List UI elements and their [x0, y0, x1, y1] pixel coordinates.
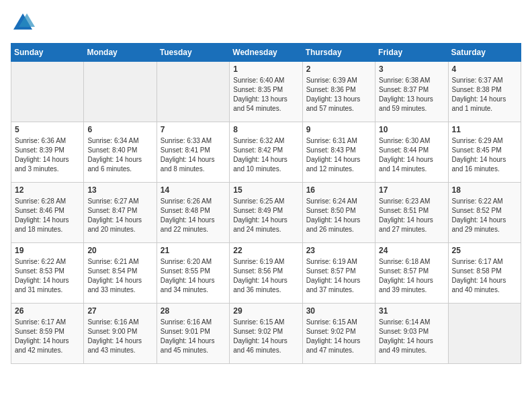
calendar-cell: 31Sunrise: 6:14 AM Sunset: 9:03 PM Dayli…	[375, 304, 448, 364]
day-number: 25	[452, 246, 517, 255]
day-number: 26	[15, 306, 80, 316]
day-info: Sunrise: 6:17 AM Sunset: 8:59 PM Dayligh…	[15, 318, 80, 355]
day-info: Sunrise: 6:33 AM Sunset: 8:41 PM Dayligh…	[161, 136, 226, 174]
day-info: Sunrise: 6:31 AM Sunset: 8:43 PM Dayligh…	[306, 136, 371, 174]
day-number: 24	[379, 246, 444, 255]
page-header	[11, 11, 521, 35]
day-info: Sunrise: 6:17 AM Sunset: 8:58 PM Dayligh…	[452, 257, 517, 295]
day-info: Sunrise: 6:38 AM Sunset: 8:37 PM Dayligh…	[379, 76, 444, 113]
weekday-header-tuesday: Tuesday	[157, 44, 229, 62]
calendar-week-row: 12Sunrise: 6:28 AM Sunset: 8:46 PM Dayli…	[11, 183, 521, 243]
day-number: 4	[452, 64, 517, 74]
calendar-cell: 19Sunrise: 6:22 AM Sunset: 8:53 PM Dayli…	[11, 243, 84, 304]
calendar-cell	[448, 304, 521, 364]
calendar-cell: 3Sunrise: 6:38 AM Sunset: 8:37 PM Daylig…	[375, 62, 448, 122]
day-number: 14	[161, 185, 226, 195]
calendar-cell: 22Sunrise: 6:19 AM Sunset: 8:56 PM Dayli…	[230, 243, 302, 304]
calendar-cell: 21Sunrise: 6:20 AM Sunset: 8:55 PM Dayli…	[157, 243, 229, 304]
weekday-header-row: SundayMondayTuesdayWednesdayThursdayFrid…	[11, 44, 521, 62]
day-info: Sunrise: 6:34 AM Sunset: 8:40 PM Dayligh…	[87, 136, 152, 174]
day-info: Sunrise: 6:24 AM Sunset: 8:50 PM Dayligh…	[306, 197, 371, 234]
day-number: 2	[306, 64, 371, 74]
day-number: 7	[161, 125, 226, 134]
calendar-week-row: 5Sunrise: 6:36 AM Sunset: 8:39 PM Daylig…	[11, 122, 521, 183]
weekday-header-monday: Monday	[84, 44, 157, 62]
calendar-table: SundayMondayTuesdayWednesdayThursdayFrid…	[11, 43, 521, 364]
calendar-cell	[84, 62, 157, 122]
day-info: Sunrise: 6:16 AM Sunset: 9:00 PM Dayligh…	[87, 318, 152, 355]
day-number: 20	[87, 246, 152, 255]
calendar-cell	[11, 62, 84, 122]
calendar-cell: 25Sunrise: 6:17 AM Sunset: 8:58 PM Dayli…	[448, 243, 521, 304]
day-number: 12	[15, 185, 80, 195]
day-info: Sunrise: 6:36 AM Sunset: 8:39 PM Dayligh…	[15, 136, 80, 174]
day-info: Sunrise: 6:16 AM Sunset: 9:01 PM Dayligh…	[161, 318, 226, 355]
logo-icon	[11, 11, 35, 35]
calendar-cell: 14Sunrise: 6:26 AM Sunset: 8:48 PM Dayli…	[157, 183, 229, 243]
calendar-cell: 5Sunrise: 6:36 AM Sunset: 8:39 PM Daylig…	[11, 122, 84, 183]
day-info: Sunrise: 6:15 AM Sunset: 9:02 PM Dayligh…	[306, 318, 371, 355]
day-number: 18	[452, 185, 517, 195]
calendar-cell: 23Sunrise: 6:19 AM Sunset: 8:57 PM Dayli…	[302, 243, 375, 304]
calendar-cell: 15Sunrise: 6:25 AM Sunset: 8:49 PM Dayli…	[230, 183, 302, 243]
calendar-cell: 28Sunrise: 6:16 AM Sunset: 9:01 PM Dayli…	[157, 304, 229, 364]
calendar-cell: 10Sunrise: 6:30 AM Sunset: 8:44 PM Dayli…	[375, 122, 448, 183]
day-info: Sunrise: 6:26 AM Sunset: 8:48 PM Dayligh…	[161, 197, 226, 234]
calendar-cell: 20Sunrise: 6:21 AM Sunset: 8:54 PM Dayli…	[84, 243, 157, 304]
day-number: 28	[161, 306, 226, 316]
calendar-cell: 26Sunrise: 6:17 AM Sunset: 8:59 PM Dayli…	[11, 304, 84, 364]
calendar-cell: 2Sunrise: 6:39 AM Sunset: 8:36 PM Daylig…	[302, 62, 375, 122]
weekday-header-saturday: Saturday	[448, 44, 521, 62]
weekday-header-sunday: Sunday	[11, 44, 84, 62]
day-info: Sunrise: 6:32 AM Sunset: 8:42 PM Dayligh…	[233, 136, 298, 174]
calendar-cell: 1Sunrise: 6:40 AM Sunset: 8:35 PM Daylig…	[230, 62, 302, 122]
day-info: Sunrise: 6:21 AM Sunset: 8:54 PM Dayligh…	[87, 257, 152, 295]
calendar-cell: 11Sunrise: 6:29 AM Sunset: 8:45 PM Dayli…	[448, 122, 521, 183]
calendar-week-row: 26Sunrise: 6:17 AM Sunset: 8:59 PM Dayli…	[11, 304, 521, 364]
calendar-cell: 24Sunrise: 6:18 AM Sunset: 8:57 PM Dayli…	[375, 243, 448, 304]
calendar-week-row: 19Sunrise: 6:22 AM Sunset: 8:53 PM Dayli…	[11, 243, 521, 304]
day-number: 16	[306, 185, 371, 195]
day-number: 27	[87, 306, 152, 316]
day-info: Sunrise: 6:22 AM Sunset: 8:53 PM Dayligh…	[15, 257, 80, 295]
day-number: 1	[233, 64, 298, 74]
calendar-cell: 7Sunrise: 6:33 AM Sunset: 8:41 PM Daylig…	[157, 122, 229, 183]
calendar-cell	[157, 62, 229, 122]
calendar-week-row: 1Sunrise: 6:40 AM Sunset: 8:35 PM Daylig…	[11, 62, 521, 122]
day-number: 21	[161, 246, 226, 255]
day-info: Sunrise: 6:19 AM Sunset: 8:57 PM Dayligh…	[306, 257, 371, 295]
day-number: 22	[233, 246, 298, 255]
day-number: 6	[87, 125, 152, 134]
day-info: Sunrise: 6:28 AM Sunset: 8:46 PM Dayligh…	[15, 197, 80, 234]
day-number: 5	[15, 125, 80, 134]
weekday-header-thursday: Thursday	[302, 44, 375, 62]
calendar-cell: 12Sunrise: 6:28 AM Sunset: 8:46 PM Dayli…	[11, 183, 84, 243]
day-info: Sunrise: 6:25 AM Sunset: 8:49 PM Dayligh…	[233, 197, 298, 234]
day-info: Sunrise: 6:29 AM Sunset: 8:45 PM Dayligh…	[452, 136, 517, 174]
day-number: 23	[306, 246, 371, 255]
calendar-cell: 13Sunrise: 6:27 AM Sunset: 8:47 PM Dayli…	[84, 183, 157, 243]
day-number: 19	[15, 246, 80, 255]
calendar-cell: 29Sunrise: 6:15 AM Sunset: 9:02 PM Dayli…	[230, 304, 302, 364]
day-info: Sunrise: 6:18 AM Sunset: 8:57 PM Dayligh…	[379, 257, 444, 295]
weekday-header-friday: Friday	[375, 44, 448, 62]
calendar-cell: 16Sunrise: 6:24 AM Sunset: 8:50 PM Dayli…	[302, 183, 375, 243]
day-info: Sunrise: 6:37 AM Sunset: 8:38 PM Dayligh…	[452, 76, 517, 113]
day-info: Sunrise: 6:27 AM Sunset: 8:47 PM Dayligh…	[87, 197, 152, 234]
day-info: Sunrise: 6:15 AM Sunset: 9:02 PM Dayligh…	[233, 318, 298, 355]
logo	[11, 11, 39, 35]
day-number: 30	[306, 306, 371, 316]
day-info: Sunrise: 6:14 AM Sunset: 9:03 PM Dayligh…	[379, 318, 444, 355]
day-number: 13	[87, 185, 152, 195]
day-number: 11	[452, 125, 517, 134]
day-number: 15	[233, 185, 298, 195]
day-info: Sunrise: 6:30 AM Sunset: 8:44 PM Dayligh…	[379, 136, 444, 174]
day-info: Sunrise: 6:22 AM Sunset: 8:52 PM Dayligh…	[452, 197, 517, 234]
calendar-cell: 27Sunrise: 6:16 AM Sunset: 9:00 PM Dayli…	[84, 304, 157, 364]
calendar-cell: 6Sunrise: 6:34 AM Sunset: 8:40 PM Daylig…	[84, 122, 157, 183]
day-info: Sunrise: 6:23 AM Sunset: 8:51 PM Dayligh…	[379, 197, 444, 234]
day-number: 9	[306, 125, 371, 134]
day-number: 17	[379, 185, 444, 195]
day-number: 8	[233, 125, 298, 134]
day-number: 29	[233, 306, 298, 316]
